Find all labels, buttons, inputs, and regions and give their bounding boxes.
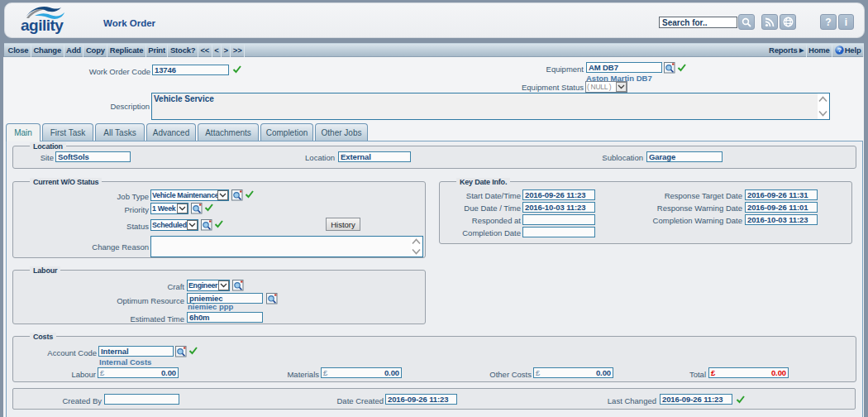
svg-text:?: ? — [837, 46, 842, 54]
